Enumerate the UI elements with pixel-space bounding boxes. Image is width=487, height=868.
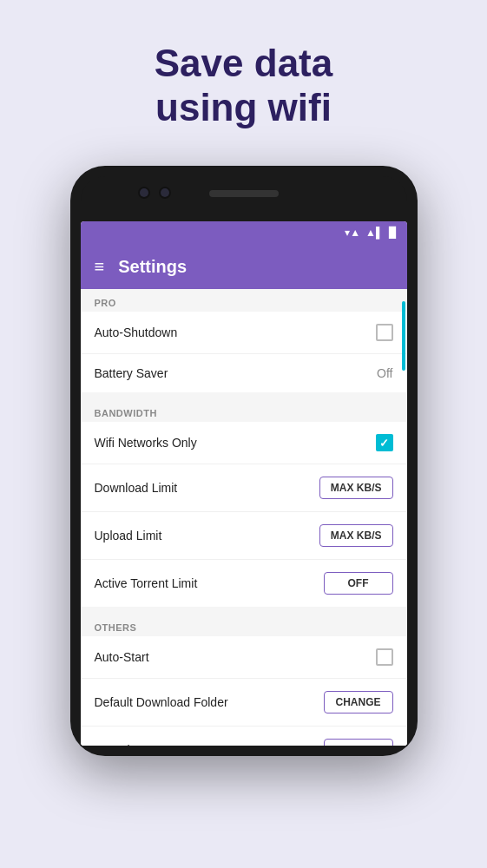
download-limit-label: Download Limit <box>95 481 178 495</box>
upload-limit-label: Upload Limit <box>95 529 162 542</box>
list-item[interactable]: Auto-Start <box>81 636 407 679</box>
app-bar: ≡ Settings <box>81 244 407 289</box>
camera-right <box>161 188 169 197</box>
battery-saver-value: Off <box>377 366 392 380</box>
scrollbar-thumb <box>402 301 405 371</box>
section-header-bandwidth: BANDWIDTH <box>81 399 407 422</box>
section-header-others: OTHERS <box>81 614 407 636</box>
incoming-port-label: Incoming Port <box>95 743 169 746</box>
hero-line1: Save data <box>155 42 332 84</box>
phone-speaker <box>209 190 279 197</box>
default-download-folder-label: Default Download Folder <box>95 695 228 709</box>
active-torrent-label: Active Torrent Limit <box>95 576 198 590</box>
phone-frame: ▾▲ ▲▌ ▉ ≡ Settings PRO <box>70 166 418 756</box>
scrollbar-track[interactable] <box>402 293 405 746</box>
camera-left <box>140 188 148 197</box>
section-bandwidth: Wifi Networks Only Download Limit MAX KB… <box>81 422 407 607</box>
auto-start-checkbox[interactable] <box>376 648 393 666</box>
wifi-networks-checkbox[interactable] <box>376 434 393 451</box>
incoming-port-button[interactable]: 0 <box>324 739 393 746</box>
list-item[interactable]: Battery Saver Off <box>81 354 407 392</box>
hero-text: Save data using wifi <box>0 0 487 157</box>
hero-line2: using wifi <box>155 86 332 128</box>
app-bar-title: Settings <box>118 257 187 277</box>
list-item[interactable]: Download Limit MAX KB/S <box>81 464 407 512</box>
phone-notch <box>81 176 407 221</box>
section-pro: Auto-Shutdown Battery Saver Off <box>81 312 407 392</box>
battery-icon: ▉ <box>389 227 397 239</box>
phone-screen: ▾▲ ▲▌ ▉ ≡ Settings PRO <box>81 221 407 746</box>
list-item[interactable]: Auto-Shutdown <box>81 312 407 354</box>
menu-icon[interactable]: ≡ <box>95 258 105 275</box>
wifi-icon: ▾▲ <box>345 227 360 239</box>
upload-limit-button[interactable]: MAX KB/S <box>319 524 393 547</box>
phone-frame-wrapper: ▾▲ ▲▌ ▉ ≡ Settings PRO <box>0 157 487 756</box>
wifi-networks-label: Wifi Networks Only <box>95 436 197 450</box>
default-download-folder-button[interactable]: CHANGE <box>324 691 393 713</box>
list-item[interactable]: Active Torrent Limit OFF <box>81 560 407 607</box>
section-others: Auto-Start Default Download Folder CHANG… <box>81 636 407 746</box>
battery-saver-label: Battery Saver <box>95 366 168 380</box>
download-limit-button[interactable]: MAX KB/S <box>319 477 393 499</box>
list-item[interactable]: Incoming Port 0 <box>81 727 407 746</box>
auto-shutdown-label: Auto-Shutdown <box>95 326 178 339</box>
status-bar: ▾▲ ▲▌ ▉ <box>81 221 407 244</box>
list-item[interactable]: Wifi Networks Only <box>81 422 407 464</box>
section-header-pro: PRO <box>81 289 407 312</box>
settings-list: PRO Auto-Shutdown Battery Saver Off BAND… <box>81 289 407 746</box>
active-torrent-button[interactable]: OFF <box>324 572 393 595</box>
list-item[interactable]: Default Download Folder CHANGE <box>81 679 407 727</box>
auto-start-label: Auto-Start <box>95 650 149 664</box>
screen-content: PRO Auto-Shutdown Battery Saver Off BAND… <box>81 289 407 746</box>
list-item[interactable]: Upload Limit MAX KB/S <box>81 512 407 560</box>
auto-shutdown-checkbox[interactable] <box>376 324 393 341</box>
signal-icon: ▲▌ <box>365 227 383 239</box>
